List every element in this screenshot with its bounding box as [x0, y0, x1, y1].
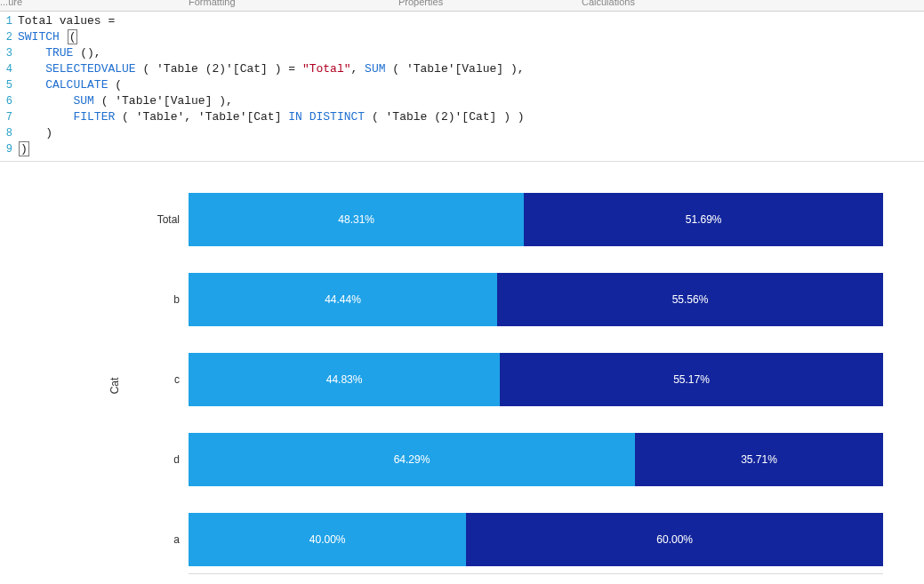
code-keyword: SWITCH [18, 30, 60, 44]
line-number: 6 [0, 93, 18, 109]
code-keyword: IN [288, 110, 302, 124]
bar-segment-series1[interactable]: 44.44% [189, 273, 497, 326]
line-number: 4 [0, 61, 18, 77]
line-number: 9 [0, 141, 18, 157]
code-text: ( [108, 78, 122, 92]
ribbon-tab-calculations[interactable]: Calculations [582, 0, 635, 7]
line-number: 7 [0, 109, 18, 125]
ribbon-tabs: ...ure Formatting Properties Calculation… [0, 0, 924, 12]
code-string: "Total" [302, 62, 351, 76]
x-axis-baseline [189, 573, 883, 578]
code-keyword: SUM [73, 94, 93, 108]
bar-segment-series2[interactable]: 55.56% [497, 273, 883, 326]
stacked-bar-chart: Cat Total48.31%51.69%b44.44%55.56%c44.83… [142, 193, 883, 578]
code-text: (), [73, 46, 100, 60]
code-text: ( 'Table', 'Table'[Cat] [115, 110, 288, 124]
bar[interactable]: 44.44%55.56% [189, 273, 883, 326]
code-keyword: FILTER [73, 110, 115, 124]
category-label: b [142, 293, 189, 306]
bar-row: d64.29%35.71% [142, 433, 883, 486]
formula-editor[interactable]: 1Total values = 2SWITCH ( 3 TRUE (), 4 S… [0, 12, 924, 162]
bar-segment-series1[interactable]: 64.29% [189, 433, 635, 486]
code-text: ( 'Table (2)'[Cat] ) = [136, 62, 302, 76]
code-text: ( 'Table'[Value] ), [94, 94, 233, 108]
code-keyword: SUM [365, 62, 385, 76]
line-number: 1 [0, 13, 18, 29]
code-text: ( 'Table (2)'[Cat] ) ) [365, 110, 524, 124]
ribbon-tab-properties[interactable]: Properties [398, 0, 443, 7]
bar-segment-series2[interactable]: 51.69% [524, 193, 883, 246]
code-text [302, 110, 309, 124]
caret: ( [68, 29, 78, 44]
bar[interactable]: 40.00%60.00% [189, 513, 883, 566]
bar[interactable]: 64.29%35.71% [189, 433, 883, 486]
code-keyword: DISTINCT [309, 110, 365, 124]
code-text: ( 'Table'[Value] ), [386, 62, 525, 76]
bar[interactable]: 44.83%55.17% [189, 353, 883, 406]
bar-segment-series2[interactable]: 60.00% [466, 513, 883, 566]
bar[interactable]: 48.31%51.69% [189, 193, 883, 246]
y-axis-title: Cat [108, 377, 121, 394]
code-keyword: SELECTEDVALUE [45, 62, 135, 76]
category-label: d [142, 453, 189, 466]
category-label: Total [142, 213, 189, 226]
bar-row: b44.44%55.56% [142, 273, 883, 326]
bar-segment-series1[interactable]: 40.00% [189, 513, 466, 566]
bar-segment-series2[interactable]: 35.71% [635, 433, 883, 486]
code-keyword: TRUE [45, 46, 73, 60]
code-text: ) [18, 126, 52, 140]
line-number: 2 [0, 29, 18, 45]
bar-row: a40.00%60.00% [142, 513, 883, 566]
code-text: Total values = [18, 14, 115, 28]
ribbon-tab-partial[interactable]: ...ure [0, 0, 22, 7]
category-label: c [142, 373, 189, 386]
bar-segment-series1[interactable]: 44.83% [189, 353, 500, 406]
line-number: 3 [0, 45, 18, 61]
bar-segment-series2[interactable]: 55.17% [500, 353, 883, 406]
line-number: 5 [0, 77, 18, 93]
category-label: a [142, 533, 189, 546]
code-text: , [350, 62, 365, 76]
code-keyword: CALCULATE [45, 78, 108, 92]
code-text: ) [19, 141, 29, 156]
bar-row: c44.83%55.17% [142, 353, 883, 406]
ribbon-tab-formatting[interactable]: Formatting [189, 0, 236, 7]
line-number: 8 [0, 125, 18, 141]
bar-segment-series1[interactable]: 48.31% [189, 193, 524, 246]
bar-row: Total48.31%51.69% [142, 193, 883, 246]
